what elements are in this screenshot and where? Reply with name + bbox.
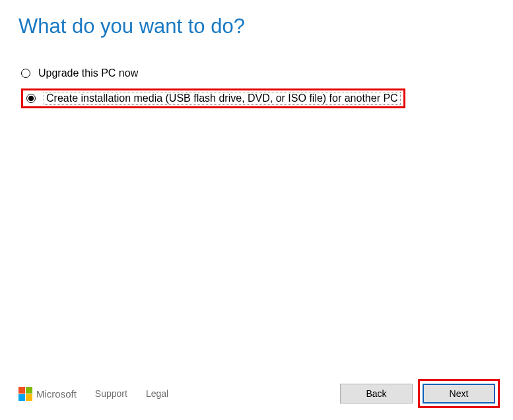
wizard-buttons: Back Next bbox=[340, 379, 500, 408]
options-group: Upgrade this PC now Create installation … bbox=[21, 66, 495, 108]
radio-icon-selected bbox=[26, 94, 36, 103]
option-upgrade-row[interactable]: Upgrade this PC now bbox=[21, 66, 495, 81]
option-upgrade-label: Upgrade this PC now bbox=[38, 67, 138, 79]
support-link[interactable]: Support bbox=[95, 388, 127, 399]
brand-text: Microsoft bbox=[36, 388, 77, 400]
legal-link[interactable]: Legal bbox=[146, 388, 168, 399]
next-button[interactable]: Next bbox=[423, 384, 495, 403]
option-create-media-row[interactable]: Create installation media (USB flash dri… bbox=[21, 88, 405, 108]
back-button[interactable]: Back bbox=[340, 384, 413, 403]
page-title: What do you want to do? bbox=[18, 15, 495, 38]
option-create-media-label: Create installation media (USB flash dri… bbox=[44, 92, 401, 105]
footer: Microsoft Support Legal Back Next bbox=[18, 379, 500, 408]
microsoft-logo-icon bbox=[18, 387, 32, 401]
radio-icon bbox=[21, 69, 30, 78]
next-highlight: Next bbox=[418, 379, 500, 408]
